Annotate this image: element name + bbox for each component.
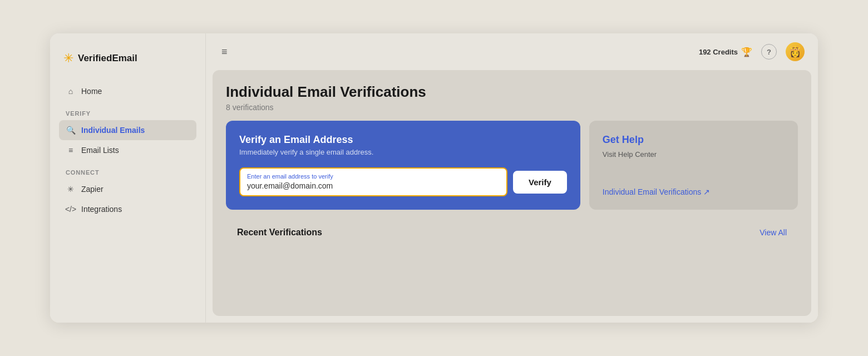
verify-card-title: Verify an Email Address [239, 134, 567, 146]
sidebar-item-home-label: Home [81, 87, 102, 96]
sidebar-item-integrations[interactable]: </> Integrations [59, 199, 196, 219]
section-label-connect: CONNECT [59, 160, 196, 179]
help-link[interactable]: Individual Email Verifications ↗ [603, 187, 785, 196]
avatar[interactable]: 👸 [786, 42, 805, 61]
email-input-label: Enter an email address to verify [247, 173, 500, 180]
recent-verifications-title: Recent Verifications [237, 228, 322, 238]
search-icon: 🔍 [66, 125, 76, 135]
section-label-verify: VERIFY [59, 101, 196, 120]
help-link-text: Individual Email Verifications [603, 187, 701, 196]
external-link-icon: ↗ [703, 187, 710, 196]
sidebar-item-integrations-label: Integrations [81, 205, 122, 214]
sidebar-item-home[interactable]: ⌂ Home [59, 81, 196, 101]
cards-row: Verify an Email Address Immediately veri… [226, 121, 798, 210]
logo-area: ✳ VerifiedEmail [59, 47, 196, 81]
verify-button[interactable]: Verify [513, 171, 567, 194]
logo-text: VerifiedEmail [78, 53, 137, 64]
verify-input-row: Enter an email address to verify your.em… [239, 167, 567, 196]
sidebar-item-zapier[interactable]: ✳ Zapier [59, 179, 196, 199]
logo-icon: ✳ [63, 51, 73, 66]
recent-section: Recent Verifications View All [226, 219, 798, 246]
help-card-title: Get Help [603, 134, 785, 146]
verify-card: Verify an Email Address Immediately veri… [226, 121, 580, 210]
zapier-icon: ✳ [66, 184, 76, 194]
sidebar-item-individual-emails-label: Individual Emails [81, 126, 145, 135]
credits-text: 192 Credits [699, 48, 738, 56]
help-button[interactable]: ? [761, 44, 777, 60]
help-card-subtitle: Visit Help Center [603, 150, 785, 159]
home-icon: ⌂ [66, 86, 76, 96]
app-window: ✳ VerifiedEmail ⌂ Home VERIFY 🔍 Individu… [50, 33, 818, 323]
code-icon: </> [66, 204, 76, 214]
sidebar-item-zapier-label: Zapier [81, 185, 103, 194]
page-area: Individual Email Verifications 8 verific… [213, 70, 811, 316]
list-icon: ≡ [66, 145, 76, 155]
sidebar: ✳ VerifiedEmail ⌂ Home VERIFY 🔍 Individu… [50, 33, 206, 323]
credits-badge: 192 Credits 🏆 [699, 47, 752, 57]
email-input-value: your.email@domain.com [247, 181, 333, 190]
recent-header: Recent Verifications View All [237, 228, 787, 238]
page-header: Individual Email Verifications 8 verific… [226, 72, 798, 121]
topbar-right: 192 Credits 🏆 ? 👸 [699, 42, 805, 61]
page-subtitle: 8 verifications [226, 103, 798, 112]
sidebar-item-individual-emails[interactable]: 🔍 Individual Emails [59, 120, 196, 140]
sidebar-item-email-lists[interactable]: ≡ Email Lists [59, 140, 196, 160]
hamburger-button[interactable]: ≡ [219, 44, 230, 60]
page-title: Individual Email Verifications [226, 83, 798, 101]
email-input-wrapper[interactable]: Enter an email address to verify your.em… [239, 167, 507, 196]
help-card: Get Help Visit Help Center Individual Em… [589, 121, 798, 210]
view-all-button[interactable]: View All [760, 228, 787, 237]
topbar: ≡ 192 Credits 🏆 ? 👸 [206, 33, 818, 70]
verify-card-subtitle: Immediately verify a single email addres… [239, 148, 567, 156]
main-content: ≡ 192 Credits 🏆 ? 👸 Individual Email Ver… [206, 33, 818, 323]
credits-icon: 🏆 [741, 47, 752, 57]
sidebar-item-email-lists-label: Email Lists [81, 146, 119, 155]
